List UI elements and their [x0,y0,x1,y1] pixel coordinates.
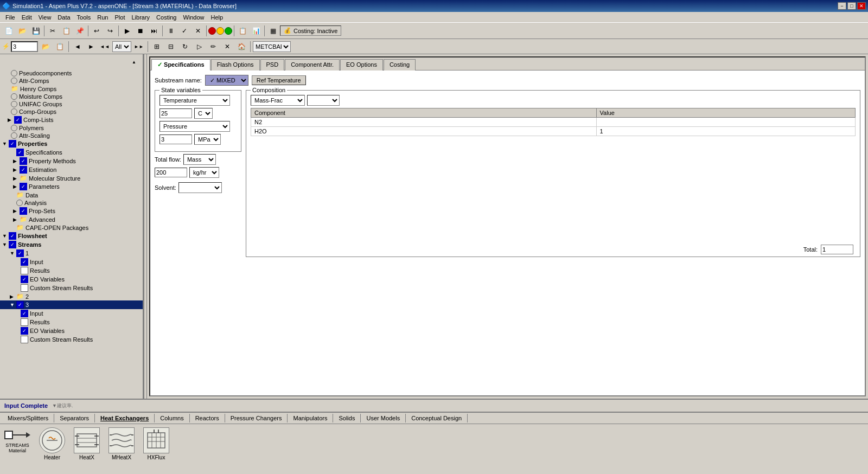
sidebar-item-properties[interactable]: ▼ ✓ Properties [0,139,143,148]
tab-mixers[interactable]: Mixers/Splitters [2,414,54,422]
data-button[interactable]: ⊞ [150,40,163,53]
tab-heat-exchangers[interactable]: Heat Exchangers [95,414,155,422]
s2-expand[interactable]: ▶ [10,294,16,299]
sidebar-item-henry-comps[interactable]: 📁 Henry Comps [0,85,143,93]
prev-button[interactable]: ◄ [71,40,84,53]
home-button[interactable]: 🏠 [235,40,248,53]
streams-expand[interactable]: ▼ [2,242,9,247]
properties-button[interactable]: 📋 [53,40,66,53]
sidebar-item-comp-lists[interactable]: ▶ ✓ Comp-Lists [0,116,143,124]
sidebar-item-s1-input[interactable]: ✓ Input [0,258,143,266]
sidebar-item-analysis[interactable]: Analysis [0,199,143,207]
forward-button[interactable]: ►► [132,40,145,53]
ms-expand[interactable]: ▶ [13,176,20,181]
sidebar-item-pseudocomponents[interactable]: Pseudocomponents [0,69,143,77]
tab-columns[interactable]: Columns [155,414,189,422]
undo-button[interactable]: ↩ [90,24,103,37]
grid-button[interactable]: ⊟ [164,40,177,53]
value-n2-cell[interactable] [596,118,855,127]
tab-conceptual-design[interactable]: Conceptual Design [406,414,468,422]
stop-button[interactable]: ⏹ [134,24,147,37]
menu-data[interactable]: Data [54,13,73,22]
sidebar-item-attr-comps[interactable]: Attr-Comps [0,77,143,85]
sidebar-item-polymers[interactable]: Polymers [0,124,143,132]
tab-costing[interactable]: Costing [384,59,416,71]
first-button[interactable]: ◄◄ [98,40,111,53]
total-flow-value-input[interactable] [155,168,187,177]
bottom-item-mheatx[interactable]: MHeatX [106,426,137,462]
paste-button[interactable]: 📌 [73,24,86,37]
menu-window[interactable]: Window [180,13,207,22]
fs-expand[interactable]: ▼ [2,233,9,239]
tab-user-models[interactable]: User Models [361,414,406,422]
next-button[interactable]: ► [85,40,98,53]
s1-expand[interactable]: ▼ [10,251,16,256]
tab-specifications[interactable]: ✓ Specifications [151,59,210,71]
pressure-unit-select[interactable]: MPa bar atm [194,134,221,145]
sidebar-item-s1-custom[interactable]: Custom Stream Results [0,284,143,292]
browse-button[interactable]: 📂 [39,40,52,53]
total-value-input[interactable] [821,245,853,254]
sidebar-item-cape-open[interactable]: 📁 CAPE-OPEN Packages [0,223,143,232]
menu-costing[interactable]: Costing [153,13,180,22]
value-h2o-cell[interactable]: 1 [596,127,855,136]
open-button[interactable]: 📂 [16,24,29,37]
bottom-item-material[interactable]: STREAMSMaterial [2,426,33,454]
menu-view[interactable]: View [35,13,55,22]
step-button[interactable]: ⏭ [148,24,161,37]
menu-tools[interactable]: Tools [74,13,94,22]
bottom-item-hxflux[interactable]: HXFlux [141,426,171,462]
menu-edit[interactable]: Edit [18,13,35,22]
sidebar-item-s3-eo[interactable]: ✓ EO Variables [0,326,143,335]
bottom-item-heatx[interactable]: HeatX [72,426,102,462]
tab-psd[interactable]: PSD [260,59,285,71]
sidebar-item-unifac[interactable]: UNIFAC Groups [0,100,143,108]
table-button[interactable]: ▦ [266,24,279,37]
delete-button[interactable]: ✕ [221,40,234,53]
pause-button[interactable]: ⏸ [164,24,177,37]
composition-type-select[interactable]: Mass-Frac Mole-Frac Mass Flow Mole Flow [251,95,305,106]
sidebar-item-stream-1[interactable]: ▼ ✓ 1 [0,249,143,258]
next2-button[interactable]: ▷ [193,40,206,53]
sidebar-item-parameters[interactable]: ▶ ✓ Parameters [0,182,143,191]
sidebar-item-specifications[interactable]: ✓ Specifications [0,148,143,157]
sidebar-item-data[interactable]: 📁 Data [0,191,143,199]
sidebar-item-prop-sets[interactable]: ▶ ✓ Prop-Sets [0,207,143,215]
substream-select[interactable]: ✓ MIXED [205,75,248,86]
redo-button[interactable]: ↪ [104,24,117,37]
check-button[interactable]: ✓ [178,24,191,37]
sidebar-item-s3-custom[interactable]: Custom Stream Results [0,335,143,344]
ps-expand[interactable]: ▶ [13,208,20,214]
menu-library[interactable]: Library [128,13,153,22]
run-button[interactable]: ▶ [120,24,133,37]
save-button[interactable]: 💾 [29,24,42,37]
sidebar-item-estimation[interactable]: ▶ ✓ Estimation [0,165,143,174]
menu-plot[interactable]: Plot [111,13,128,22]
sidebar-item-s3-results[interactable]: Results [0,318,143,326]
sidebar-item-stream-2[interactable]: ▶ 📁 2 [0,292,143,300]
comp-lists-expand[interactable]: ▶ [8,117,14,123]
ref-temp-button[interactable]: Ref Temperature [252,75,306,85]
edit-button[interactable]: ✏ [207,40,220,53]
total-flow-unit-select[interactable]: kg/hr lb/hr ton/hr [189,167,219,178]
est-expand[interactable]: ▶ [13,167,20,172]
temperature-type-select[interactable]: Temperature Vapor Fraction [159,95,230,106]
cut-button[interactable]: ✂ [46,24,59,37]
sidebar-item-stream-3[interactable]: ▼ ✓ 3 [0,300,143,309]
tab-eo-options[interactable]: EO Options [340,59,383,71]
minimize-button[interactable]: − [838,2,846,10]
report-button[interactable]: 📊 [250,24,263,37]
sidebar-item-advanced[interactable]: ▶ 📁 Advanced [0,215,143,223]
sidebar-item-s1-eo[interactable]: ✓ EO Variables [0,275,143,284]
filter-select[interactable]: All [112,41,131,52]
sidebar-item-property-methods[interactable]: ▶ ✓ Property Methods [0,157,143,165]
temperature-value-input[interactable] [159,108,192,118]
pressure-type-select[interactable]: Pressure [159,121,230,132]
sidebar-item-moisture[interactable]: Moisture Comps [0,93,143,100]
sidebar-item-s1-results[interactable]: Results [0,266,143,275]
sidebar-item-mol-structure[interactable]: ▶ 📁 Molecular Structure [0,174,143,182]
tab-component-attr[interactable]: Component Attr. [285,59,340,71]
s3-expand[interactable]: ▼ [10,302,16,308]
menu-help[interactable]: Help [208,13,227,22]
pm-expand[interactable]: ▶ [13,158,20,164]
